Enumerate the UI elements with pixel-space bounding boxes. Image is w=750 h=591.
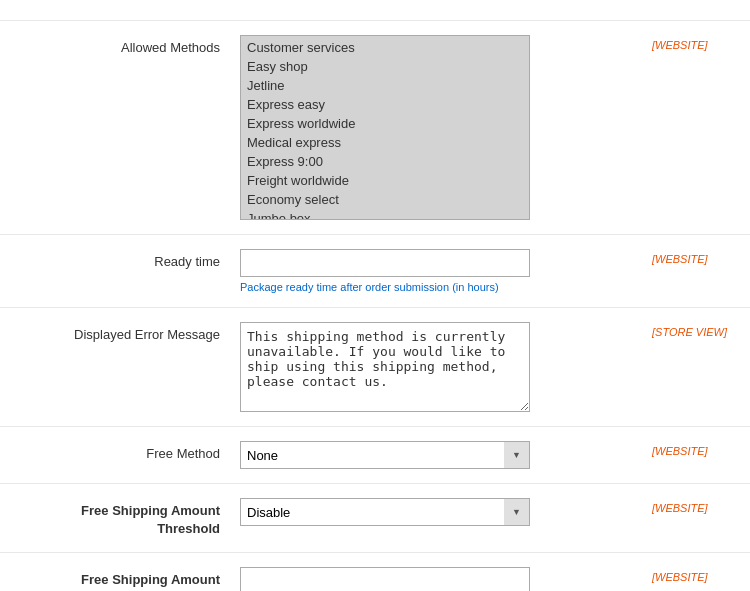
control-area-ready-time: Package ready time after order submissio… — [240, 249, 640, 293]
list-item[interactable]: Express worldwide — [241, 114, 529, 133]
scope-label-allowed-methods: [WEBSITE] — [640, 35, 730, 51]
scope-label-free-method: [WEBSITE] — [640, 441, 730, 457]
control-area-displayed-error-message — [240, 322, 640, 412]
textarea-displayed-error-message[interactable] — [240, 322, 530, 412]
label-free-shipping-amount: Free Shipping Amount Threshold — [20, 567, 240, 591]
label-free-shipping-threshold: Free Shipping Amount Threshold — [20, 498, 240, 538]
label-displayed-error-message: Displayed Error Message — [20, 322, 240, 344]
select-wrapper-free-method: None — [240, 441, 530, 469]
form-row-ready-time: Ready timePackage ready time after order… — [0, 235, 750, 308]
list-item[interactable]: Express 9:00 — [241, 152, 529, 171]
list-item[interactable]: Economy select — [241, 190, 529, 209]
form-row-allowed-methods: Allowed MethodsCustomer servicesEasy sho… — [0, 20, 750, 235]
label-allowed-methods: Allowed Methods — [20, 35, 240, 57]
list-item[interactable]: Jumbo box — [241, 209, 529, 220]
select-free-shipping-threshold[interactable]: DisableEnable — [240, 498, 530, 526]
scope-label-displayed-error-message: [STORE VIEW] — [640, 322, 730, 338]
scope-label-free-shipping-threshold: [WEBSITE] — [640, 498, 730, 514]
list-item[interactable]: Freight worldwide — [241, 171, 529, 190]
select-free-method[interactable]: None — [240, 441, 530, 469]
control-area-free-shipping-threshold: DisableEnable — [240, 498, 640, 526]
form-row-free-shipping-threshold: Free Shipping Amount ThresholdDisableEna… — [0, 484, 750, 553]
list-item[interactable]: Express easy — [241, 95, 529, 114]
list-item[interactable]: Jetline — [241, 76, 529, 95]
listbox-allowed-methods[interactable]: Customer servicesEasy shopJetlineExpress… — [240, 35, 530, 220]
scope-label-free-shipping-amount: [WEBSITE] — [640, 567, 730, 583]
list-item[interactable]: Easy shop — [241, 57, 529, 76]
input-free-shipping-amount[interactable] — [240, 567, 530, 591]
control-area-free-method: None — [240, 441, 640, 469]
form-row-free-method: Free MethodNone[WEBSITE] — [0, 427, 750, 484]
control-area-allowed-methods: Customer servicesEasy shopJetlineExpress… — [240, 35, 640, 220]
list-item[interactable]: Medical express — [241, 133, 529, 152]
settings-form: Allowed MethodsCustomer servicesEasy sho… — [0, 0, 750, 591]
label-ready-time: Ready time — [20, 249, 240, 271]
input-ready-time[interactable] — [240, 249, 530, 277]
select-wrapper-free-shipping-threshold: DisableEnable — [240, 498, 530, 526]
form-row-free-shipping-amount: Free Shipping Amount Threshold[WEBSITE] — [0, 553, 750, 591]
scope-label-ready-time: [WEBSITE] — [640, 249, 730, 265]
control-area-free-shipping-amount — [240, 567, 640, 591]
hint-ready-time: Package ready time after order submissio… — [240, 281, 640, 293]
form-row-displayed-error-message: Displayed Error Message[STORE VIEW] — [0, 308, 750, 427]
list-item[interactable]: Customer services — [241, 38, 529, 57]
label-free-method: Free Method — [20, 441, 240, 463]
